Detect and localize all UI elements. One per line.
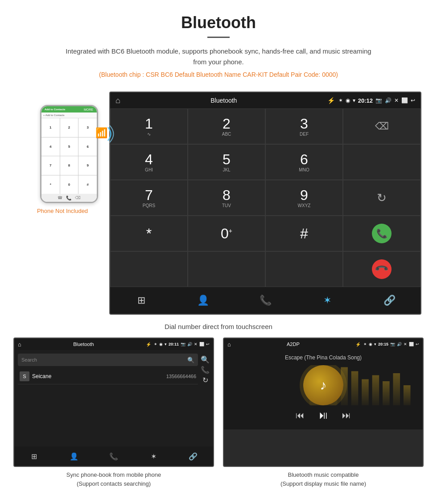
- pb-search-icon[interactable]: 🔍: [201, 355, 210, 364]
- svg-rect-9: [393, 373, 400, 405]
- contact-name: Seicane: [32, 373, 164, 379]
- music-title: A2DP: [234, 342, 353, 347]
- android-dial-screen: ⌂ Bluetooth ⚡ ✶ ◉ ▾ 20:12 📷 🔊 ✕ ⬜ ↩ 1 ∿: [109, 92, 421, 315]
- pb-refresh-icon[interactable]: ↻: [201, 376, 210, 384]
- home-icon[interactable]: ⌂: [115, 96, 120, 105]
- contact-letter: S: [20, 371, 29, 381]
- pb-nav-bt[interactable]: ✶: [134, 452, 173, 461]
- music-time: 20:15: [378, 342, 388, 346]
- call-green-cell[interactable]: 📞: [343, 216, 421, 251]
- dial-key-6[interactable]: 6 MNO: [265, 144, 343, 180]
- music-status-bar: ⌂ A2DP ⚡ ✶ ◉ ▾ 20:15 📷 🔊 ✕ ⬜ ↩: [224, 338, 423, 350]
- pb-win-icon: ⬜: [199, 342, 204, 346]
- dial-key-hash[interactable]: #: [265, 216, 343, 251]
- dialpad-grid: 1 ∿ 2 ABC 3 DEF ⌫ 4 GHI 5 JKL: [110, 108, 421, 287]
- music-cam-icon: 📷: [390, 342, 395, 346]
- play-pause-button[interactable]: ⏯: [318, 409, 329, 421]
- dial-key-2[interactable]: 2 ABC: [188, 108, 265, 144]
- svg-rect-10: [404, 385, 411, 405]
- refresh-cell[interactable]: ↻: [343, 180, 421, 216]
- prev-track-button[interactable]: ⏮: [296, 410, 305, 421]
- window-status-icon: ⬜: [401, 97, 408, 104]
- close-status-icon[interactable]: ✕: [394, 97, 399, 104]
- nav-grid[interactable]: ⊞: [110, 295, 172, 306]
- phone-contact-area: + Add to Contacts: [41, 112, 97, 118]
- music-home-icon[interactable]: ⌂: [227, 341, 231, 348]
- search-bar[interactable]: Search 🔍: [18, 354, 198, 366]
- pb-bt-icon: ✶: [154, 342, 157, 346]
- pb-usb-icon: ⚡: [146, 342, 151, 347]
- dial-key-0[interactable]: 0+: [188, 216, 265, 251]
- end-call-icon: 📞: [374, 262, 390, 277]
- svg-rect-7: [372, 375, 379, 406]
- nav-contacts[interactable]: 👤: [172, 295, 234, 306]
- svg-rect-5: [351, 371, 358, 406]
- music-content: Escape (The Pina Colada Song): [224, 350, 423, 429]
- bottom-screens: ⌂ Bluetooth ⚡ ✶ ◉ ▾ 20:11 📷 🔊 ✕ ⬜ ↩: [0, 337, 437, 497]
- phonebook-content: Search 🔍 S Seicane 13566664466 🔍 📞: [14, 350, 213, 446]
- phone-side: Add to Contacts MORE + Add to Contacts 1…: [16, 92, 109, 214]
- music-caption: Bluetooth music compatible(Support displ…: [223, 471, 424, 488]
- music-usb-icon: ⚡: [355, 342, 361, 347]
- nav-phone[interactable]: 📞: [234, 295, 296, 306]
- pb-wifi-icon: ▾: [165, 342, 167, 346]
- pb-call-icon[interactable]: 📞: [201, 366, 210, 374]
- svg-text:📶: 📶: [95, 127, 108, 139]
- wifi-status-icon: ▾: [353, 97, 355, 104]
- pb-x-icon[interactable]: ✕: [194, 342, 198, 346]
- phonebook-caption-text: Sync phone-book from mobile phone(Suppor…: [66, 471, 161, 487]
- main-caption: Dial number direct from touchscreen: [0, 319, 437, 337]
- backspace-cell[interactable]: ⌫: [343, 108, 421, 144]
- dial-key-3[interactable]: 3 DEF: [265, 108, 343, 144]
- pb-nav-phone[interactable]: 📞: [94, 452, 133, 461]
- pb-home-icon[interactable]: ⌂: [18, 341, 21, 348]
- next-track-button[interactable]: ⏭: [342, 410, 351, 421]
- nav-link[interactable]: 🔗: [359, 295, 421, 306]
- phone-illustration: Add to Contacts MORE + Add to Contacts 1…: [40, 105, 98, 203]
- call-icon: 📞: [376, 228, 388, 239]
- right-side-icons: 🔍 📞 ↻: [201, 354, 210, 386]
- dial-key-star[interactable]: *: [110, 216, 188, 251]
- svg-rect-8: [383, 381, 390, 405]
- camera-status-icon: 📷: [375, 97, 382, 104]
- pb-title: Bluetooth: [24, 342, 143, 347]
- end-call-cell[interactable]: 📞: [343, 251, 421, 287]
- status-title: Bluetooth: [124, 97, 324, 104]
- dial-key-5[interactable]: 5 JKL: [188, 144, 265, 180]
- status-icons: ✶ ◉ ▾ 20:12 📷 🔊 ✕ ⬜ ↩: [338, 97, 415, 104]
- music-win-icon: ⬜: [409, 342, 414, 346]
- music-controls: ⏮ ⏯ ⏭: [296, 405, 351, 425]
- contact-row[interactable]: S Seicane 13566664466: [18, 369, 198, 384]
- music-back-icon[interactable]: ↩: [416, 342, 419, 346]
- pb-cam-icon: 📷: [181, 342, 186, 346]
- music-song-title: Escape (The Pina Colada Song): [285, 354, 362, 361]
- pb-nav-link[interactable]: 🔗: [173, 452, 213, 461]
- music-caption-text: Bluetooth music compatible(Support displ…: [280, 471, 366, 487]
- dial-key-4[interactable]: 4 GHI: [110, 144, 188, 180]
- location-status-icon: ◉: [346, 97, 350, 104]
- pb-vol-icon: 🔊: [187, 342, 192, 346]
- dial-key-1[interactable]: 1 ∿: [110, 108, 188, 144]
- end-call-button[interactable]: 📞: [372, 259, 392, 279]
- music-loc-icon: ◉: [369, 342, 372, 346]
- dial-key-8[interactable]: 8 TUV: [188, 180, 265, 216]
- dial-key-9[interactable]: 9 WXYZ: [265, 180, 343, 216]
- phone-bottom-bar: ☎ 📞 ⌫: [41, 194, 97, 202]
- pb-nav-grid[interactable]: ⊞: [14, 452, 54, 461]
- music-block: ⌂ A2DP ⚡ ✶ ◉ ▾ 20:15 📷 🔊 ✕ ⬜ ↩ Escape (T…: [223, 337, 424, 488]
- search-placeholder: Search: [21, 357, 37, 362]
- back-status-icon[interactable]: ↩: [411, 97, 415, 104]
- pb-nav-person[interactable]: 👤: [54, 452, 94, 461]
- page-description: Integrated with BC6 Bluetooth module, su…: [62, 46, 375, 67]
- nav-bluetooth[interactable]: ✶: [297, 295, 359, 306]
- dial-key-7[interactable]: 7 PQRS: [110, 180, 188, 216]
- pb-back-icon[interactable]: ↩: [206, 342, 210, 346]
- main-screen-area: Add to Contacts MORE + Add to Contacts 1…: [0, 92, 437, 319]
- bluetooth-signal: 📶: [94, 123, 118, 145]
- music-vol-icon: 🔊: [397, 342, 402, 346]
- music-status-icons: ✶ ◉ ▾ 20:15 📷 🔊 ✕ ⬜ ↩: [363, 342, 419, 346]
- page-title: Bluetooth: [9, 13, 428, 32]
- phone-top-bar: Add to Contacts MORE: [41, 106, 97, 112]
- call-green-button[interactable]: 📞: [372, 224, 392, 243]
- music-x-icon[interactable]: ✕: [404, 342, 407, 346]
